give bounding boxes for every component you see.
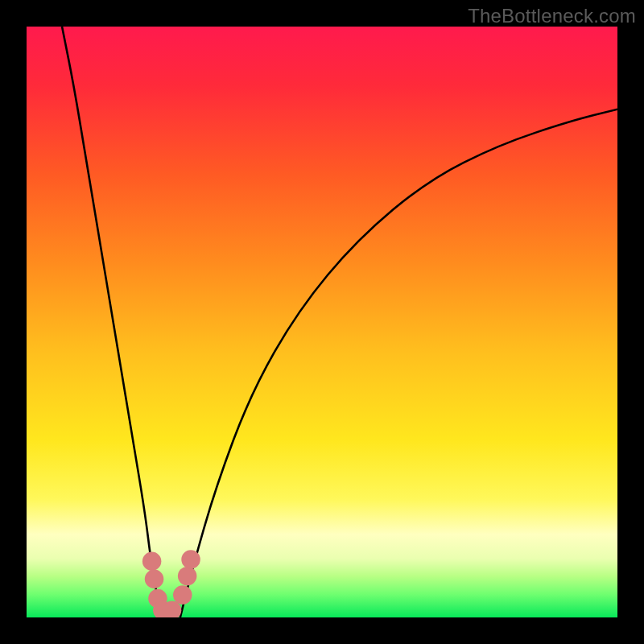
curve-right — [180, 109, 617, 617]
valley-right-mid — [178, 567, 196, 585]
watermark-text: TheBottleneck.com — [468, 5, 636, 27]
valley-right-top — [181, 550, 200, 568]
markers — [142, 550, 200, 617]
valley-right-bot — [173, 585, 192, 604]
plot-area — [27, 27, 617, 617]
chart-frame: TheBottleneck.com — [0, 0, 644, 644]
series-left-branch — [62, 27, 163, 617]
valley-left-top — [142, 552, 161, 571]
curve-left — [62, 27, 163, 617]
valley-left-mid — [145, 570, 163, 588]
series-right-branch — [180, 109, 617, 617]
curve-layer — [27, 27, 617, 617]
